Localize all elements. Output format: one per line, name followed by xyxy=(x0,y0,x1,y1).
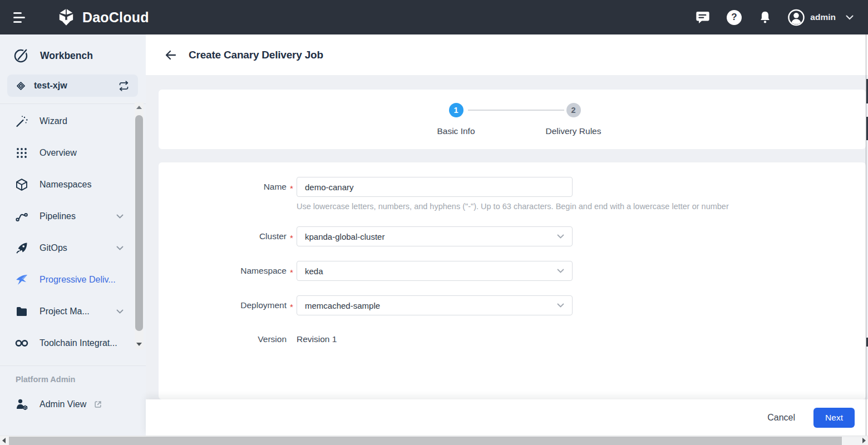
chevron-down-icon xyxy=(116,214,124,219)
cancel-button[interactable]: Cancel xyxy=(767,413,795,423)
namespace-select-value: keda xyxy=(305,266,323,276)
horizontal-scrollbar[interactable] xyxy=(0,436,868,445)
sidebar-item-toolchain-integration[interactable]: Toolchain Integrat... xyxy=(0,327,146,359)
workbench-icon xyxy=(13,48,29,63)
version-field-row: Version Revision 1 xyxy=(159,334,866,344)
sidebar: Workbench test-xjw xyxy=(0,34,146,436)
sidebar-item-label: Overview xyxy=(40,148,77,158)
sidebar-divider xyxy=(0,103,146,104)
namespace-field-row: Namespace * keda xyxy=(159,261,866,281)
cluster-select[interactable]: kpanda-global-cluster xyxy=(297,226,573,246)
daocloud-cube-icon xyxy=(57,8,76,26)
form-footer: Cancel Next xyxy=(146,399,868,436)
navbar-actions: ? admin xyxy=(680,9,857,26)
page-title: Create Canary Delivery Job xyxy=(189,49,323,61)
admin-user-icon xyxy=(14,398,29,411)
chevron-down-icon xyxy=(116,309,124,314)
deployment-select[interactable]: memcached-sample xyxy=(297,295,573,315)
notification-bell-icon[interactable] xyxy=(757,9,773,26)
name-label: Name xyxy=(159,182,287,192)
sidebar-item-label: Wizard xyxy=(40,116,67,126)
cluster-field-row: Cluster * kpanda-global-cluster xyxy=(159,226,866,246)
sidebar-item-pipelines[interactable]: Pipelines xyxy=(0,200,146,232)
sidebar-item-overview[interactable]: Overview xyxy=(0,137,146,169)
bird-icon xyxy=(14,273,29,286)
external-link-icon xyxy=(93,399,103,409)
step-2-label: Delivery Rules xyxy=(546,126,601,136)
scroll-right-arrow[interactable] xyxy=(862,438,866,443)
form-card: Name * Use lowercase letters, numbers, a… xyxy=(159,162,866,399)
chat-icon[interactable] xyxy=(694,9,711,26)
sidebar-item-wizard[interactable]: Wizard xyxy=(0,105,146,137)
required-marker-spacer xyxy=(287,338,297,340)
sidebar-item-label: Project Ma... xyxy=(40,306,90,317)
step-1-circle: 1 xyxy=(449,103,463,117)
deployment-select-value: memcached-sample xyxy=(305,301,380,310)
folder-icon xyxy=(14,305,29,318)
user-avatar[interactable] xyxy=(788,9,805,26)
sidebar-item-label: Progressive Deliv... xyxy=(40,275,116,285)
chevron-down-icon xyxy=(557,234,564,239)
workspace-name: test-xjw xyxy=(34,81,67,91)
cube-icon xyxy=(14,178,29,191)
main-area: Create Canary Delivery Job 1 2 Basic Inf… xyxy=(146,34,868,436)
version-label: Version xyxy=(159,334,287,344)
hamburger-menu-icon[interactable] xyxy=(13,10,30,24)
deployment-field-row: Deployment * memcached-sample xyxy=(159,295,866,315)
scroll-down-arrow[interactable] xyxy=(136,343,142,346)
scroll-up-arrow[interactable] xyxy=(136,106,142,109)
app-window: DaoCloud ? xyxy=(0,0,868,445)
page-header: Create Canary Delivery Job xyxy=(146,34,868,75)
sidebar-item-project-management[interactable]: Project Ma... xyxy=(0,295,146,327)
next-button[interactable]: Next xyxy=(813,408,855,428)
stepper-card: 1 2 Basic Info Delivery Rules xyxy=(159,90,866,149)
sidebar-item-namespaces[interactable]: Namespaces xyxy=(0,169,146,200)
step-connector-line xyxy=(468,110,564,111)
workbench-header: Workbench xyxy=(0,34,146,69)
brand-logo[interactable]: DaoCloud xyxy=(57,8,149,26)
switch-workspace-icon[interactable] xyxy=(118,80,130,92)
infinity-icon xyxy=(14,338,29,349)
step-2-circle: 2 xyxy=(566,103,581,117)
top-navbar: DaoCloud ? xyxy=(0,0,868,34)
grid-dots-icon xyxy=(14,147,29,159)
wand-icon xyxy=(14,115,29,128)
sidebar-item-admin-view[interactable]: Admin View xyxy=(0,388,146,420)
sidebar-scrollbar-thumb[interactable] xyxy=(135,115,143,331)
version-value: Revision 1 xyxy=(297,334,337,344)
workspace-selector[interactable]: test-xjw xyxy=(7,75,138,97)
body: Workbench test-xjw xyxy=(0,34,868,436)
step-1-label: Basic Info xyxy=(437,126,475,136)
cluster-select-value: kpanda-global-cluster xyxy=(305,232,384,241)
scroll-left-arrow[interactable] xyxy=(2,438,6,443)
brand-name: DaoCloud xyxy=(82,9,149,26)
required-marker: * xyxy=(287,300,297,312)
chevron-down-icon xyxy=(557,303,564,308)
chevron-down-icon xyxy=(116,246,124,250)
sidebar-scrollbar[interactable] xyxy=(135,102,144,349)
name-input[interactable] xyxy=(297,177,573,197)
user-menu-chevron-down-icon[interactable] xyxy=(846,15,854,20)
required-marker: * xyxy=(287,181,297,193)
namespace-label: Namespace xyxy=(159,266,287,276)
sidebar-item-gitops[interactable]: GitOps xyxy=(0,232,146,264)
back-arrow-icon[interactable] xyxy=(164,48,177,62)
platform-admin-section-label: Platform Admin xyxy=(0,366,146,384)
required-marker: * xyxy=(287,231,297,243)
sidebar-item-label: Admin View xyxy=(40,399,86,409)
namespace-select[interactable]: keda xyxy=(297,261,573,281)
sidebar-item-label: Pipelines xyxy=(40,211,76,221)
sidebar-item-label: Toolchain Integrat... xyxy=(40,338,117,348)
sidebar-nav: Wizard Overview xyxy=(0,105,146,359)
required-marker: * xyxy=(287,265,297,277)
name-field-row: Name * xyxy=(159,177,866,197)
page-content: 1 2 Basic Info Delivery Rules Name * Use… xyxy=(146,75,868,399)
sidebar-item-label: GitOps xyxy=(40,243,67,253)
deployment-label: Deployment xyxy=(159,300,287,310)
user-name: admin xyxy=(810,12,836,22)
sidebar-item-progressive-delivery[interactable]: Progressive Deliv... xyxy=(0,264,146,295)
horizontal-scrollbar-thumb[interactable] xyxy=(9,437,842,445)
help-icon[interactable]: ? xyxy=(726,9,742,26)
sidebar-item-label: Namespaces xyxy=(40,180,91,190)
workbench-title: Workbench xyxy=(40,50,93,62)
